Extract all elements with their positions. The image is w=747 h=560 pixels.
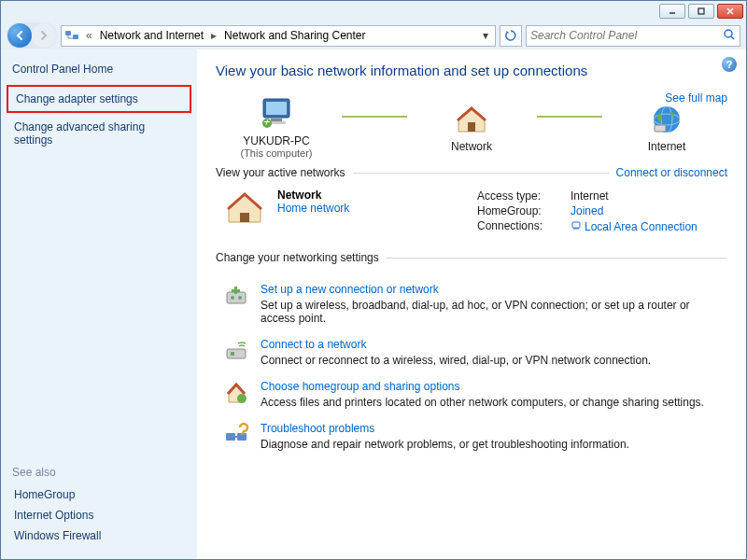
seealso-homegroup[interactable]: HomeGroup — [12, 484, 186, 505]
option-homegroup-title[interactable]: Choose homegroup and sharing options — [261, 380, 704, 393]
nav-buttons — [7, 22, 57, 49]
divider — [353, 173, 609, 174]
network-map: See full map YUKUDR-PC (This computer) N… — [216, 93, 727, 159]
homegroup-icon — [223, 380, 249, 406]
breadcrumb-sep: « — [84, 29, 94, 42]
back-button[interactable] — [7, 23, 32, 48]
sidebar-link-advanced[interactable]: Change advanced sharing settings — [12, 117, 186, 150]
option-setup: Set up a new connection or network Set u… — [223, 283, 720, 325]
svg-rect-20 — [240, 213, 249, 222]
body: Control Panel Home Change adapter settin… — [1, 49, 746, 559]
change-settings-header: Change your networking settings — [216, 251, 727, 264]
svg-rect-31 — [231, 352, 234, 356]
svg-line-7 — [731, 36, 734, 39]
breadcrumb-2[interactable]: Network and Sharing Center — [222, 29, 367, 42]
search-input[interactable] — [530, 29, 723, 42]
option-troubleshoot: Troubleshoot problems Diagnose and repai… — [223, 422, 720, 451]
option-setup-title[interactable]: Set up a new connection or network — [261, 283, 720, 296]
window: « Network and Internet ▸ Network and Sha… — [0, 0, 747, 560]
computer-icon — [258, 97, 295, 131]
see-full-map-link[interactable]: See full map — [665, 91, 727, 105]
content: ? View your basic network information an… — [197, 49, 746, 559]
chevron-right-icon: ▸ — [209, 29, 218, 42]
sidebar-link-adapter[interactable]: Change adapter settings — [14, 89, 184, 109]
access-type-value: Internet — [571, 189, 609, 203]
svg-rect-33 — [226, 433, 235, 441]
highlighted-link: Change adapter settings — [7, 85, 191, 113]
option-setup-desc: Set up a wireless, broadband, dial-up, a… — [261, 299, 720, 325]
maximize-button[interactable] — [688, 4, 714, 19]
active-hdr-text: View your active networks — [216, 166, 345, 179]
see-also-header: See also — [12, 466, 186, 479]
node-network: Network — [411, 99, 532, 153]
connect-icon — [223, 338, 249, 364]
svg-point-26 — [231, 296, 234, 300]
homegroup-label: HomeGroup: — [477, 204, 571, 217]
house-icon — [455, 104, 488, 135]
search-box[interactable] — [526, 25, 740, 47]
address-bar[interactable]: « Network and Internet ▸ Network and Sha… — [61, 25, 496, 47]
globe-icon — [651, 104, 683, 135]
connections-label: Connections: — [477, 219, 571, 233]
svg-rect-9 — [266, 102, 287, 115]
access-type-label: Access type: — [477, 189, 571, 203]
breadcrumb-1[interactable]: Network and Internet — [98, 29, 205, 42]
minimize-button[interactable] — [659, 4, 685, 19]
connect-disconnect-link[interactable]: Connect or disconnect — [616, 166, 727, 179]
network-icon — [63, 27, 80, 44]
connections-value[interactable]: Local Area Connection — [571, 219, 698, 233]
help-icon[interactable]: ? — [722, 57, 737, 72]
svg-point-6 — [725, 30, 732, 37]
network-type-link[interactable]: Home network — [277, 202, 349, 215]
sidebar: Control Panel Home Change adapter settin… — [1, 49, 197, 559]
node-pc-sub: (This computer) — [216, 147, 337, 159]
svg-rect-29 — [232, 289, 240, 292]
network-name: Network — [277, 189, 349, 202]
page-title: View your basic network information and … — [216, 63, 727, 78]
active-network-row: Network Home network Access type:Interne… — [216, 185, 727, 244]
change-hdr-text: Change your networking settings — [216, 251, 379, 264]
titlebar — [1, 1, 746, 21]
homegroup-value[interactable]: Joined — [571, 204, 603, 217]
node-inet-label: Internet — [606, 140, 727, 153]
active-left: Network Home network — [223, 189, 462, 234]
forward-button[interactable] — [32, 23, 56, 48]
troubleshoot-icon — [223, 422, 249, 448]
divider — [387, 258, 727, 259]
svg-rect-19 — [655, 125, 666, 132]
node-this-pc: YUKUDR-PC (This computer) — [216, 93, 337, 159]
node-pc-label: YUKUDR-PC — [216, 134, 337, 147]
connection-line-1 — [337, 116, 411, 136]
svg-rect-30 — [227, 349, 246, 358]
refresh-button[interactable] — [500, 25, 522, 47]
option-troubleshoot-title[interactable]: Troubleshoot problems — [261, 422, 629, 435]
search-icon[interactable] — [723, 28, 736, 44]
ethernet-icon — [571, 219, 582, 231]
node-net-label: Network — [411, 140, 532, 153]
svg-rect-15 — [468, 122, 475, 132]
active-right: Access type:Internet HomeGroup:Joined Co… — [477, 189, 720, 234]
svg-rect-1 — [698, 8, 704, 14]
control-panel-home-link[interactable]: Control Panel Home — [12, 63, 186, 76]
seealso-firewall[interactable]: Windows Firewall — [12, 525, 186, 546]
option-connect-title[interactable]: Connect to a network — [261, 338, 651, 351]
address-dropdown[interactable]: ▾ — [478, 29, 493, 42]
svg-rect-4 — [65, 31, 71, 35]
house-icon — [223, 189, 266, 226]
svg-point-32 — [237, 394, 247, 403]
option-connect: Connect to a network Connect or reconnec… — [223, 338, 720, 367]
connection-line-2 — [532, 116, 606, 136]
svg-rect-21 — [572, 222, 580, 228]
option-troubleshoot-desc: Diagnose and repair network problems, or… — [261, 438, 629, 451]
option-homegroup: Choose homegroup and sharing options Acc… — [223, 380, 720, 409]
setup-icon — [223, 283, 249, 309]
seealso-internet-options[interactable]: Internet Options — [12, 505, 186, 525]
svg-rect-10 — [271, 119, 282, 121]
options-list: Set up a new connection or network Set u… — [216, 270, 727, 468]
option-connect-desc: Connect or reconnect to a wireless, wire… — [261, 354, 651, 367]
active-networks-header: View your active networks Connect or dis… — [216, 166, 727, 179]
close-button[interactable] — [717, 4, 743, 19]
node-internet: Internet — [606, 99, 727, 153]
option-homegroup-desc: Access files and printers located on oth… — [261, 396, 704, 409]
svg-point-27 — [238, 296, 242, 300]
